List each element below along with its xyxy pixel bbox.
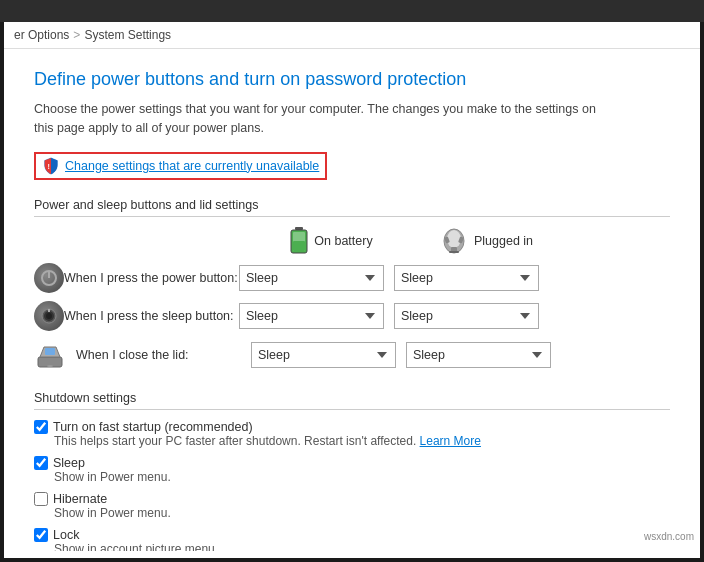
shield-icon: ! <box>42 157 60 175</box>
hibernate-label[interactable]: Hibernate <box>34 492 670 506</box>
breadcrumb: er Options > System Settings <box>4 22 700 49</box>
sleep-shutdown-text: Sleep <box>53 456 85 470</box>
power-plugged-dropdown-wrapper: Do nothing Sleep Hibernate Shut down Tur… <box>394 265 539 291</box>
sleep-plugged-dropdown[interactable]: Do nothing Sleep Hibernate Shut down Tur… <box>394 303 539 329</box>
hibernate-item: Hibernate Show in Power menu. <box>34 492 670 520</box>
column-headers: On battery Plugged in <box>34 227 670 255</box>
sleep-item: Sleep Show in Power menu. <box>34 456 670 484</box>
fast-startup-label[interactable]: Turn on fast startup (recommended) <box>34 420 670 434</box>
learn-more-link[interactable]: Learn More <box>420 434 481 448</box>
fast-startup-item: Turn on fast startup (recommended) This … <box>34 420 670 448</box>
fast-startup-subtext: This helps start your PC faster after sh… <box>34 434 670 448</box>
lid-plugged-dropdown[interactable]: Do nothing Sleep Hibernate Shut down Tur… <box>406 342 551 368</box>
sleep-battery-dropdown[interactable]: Do nothing Sleep Hibernate Shut down Tur… <box>239 303 384 329</box>
power-buttons-title: Power and sleep buttons and lid settings <box>34 198 670 217</box>
shutdown-title: Shutdown settings <box>34 391 670 410</box>
plugged-icon <box>440 227 468 255</box>
plugged-label: Plugged in <box>474 234 533 248</box>
hibernate-text: Hibernate <box>53 492 107 506</box>
power-button-icon <box>34 263 64 293</box>
svg-point-15 <box>46 313 52 319</box>
svg-rect-8 <box>449 251 459 253</box>
fast-startup-text: Turn on fast startup (recommended) <box>53 420 253 434</box>
close-lid-label: When I close the lid: <box>76 348 251 362</box>
lock-text: Lock <box>53 528 79 542</box>
power-battery-dropdown[interactable]: Do nothing Sleep Hibernate Shut down Tur… <box>239 265 384 291</box>
watermark: wsxdn.com <box>644 531 694 542</box>
lock-subtext: Show in account picture menu. <box>34 542 670 552</box>
change-settings-container: ! Change settings that are currently una… <box>34 152 327 180</box>
svg-point-19 <box>47 365 53 367</box>
power-plugged-dropdown[interactable]: Do nothing Sleep Hibernate Shut down Tur… <box>394 265 539 291</box>
change-settings-link[interactable]: Change settings that are currently unava… <box>65 159 319 173</box>
sleep-battery-dropdown-wrapper: Do nothing Sleep Hibernate Shut down Tur… <box>239 303 384 329</box>
power-button-label: When I press the power button: <box>64 271 239 285</box>
battery-column-header: On battery <box>254 227 409 255</box>
breadcrumb-current: System Settings <box>84 28 171 42</box>
titlebar <box>0 0 704 22</box>
sleep-button-icon <box>34 301 64 331</box>
hibernate-subtext: Show in Power menu. <box>34 506 670 520</box>
sleep-shutdown-checkbox[interactable] <box>34 456 48 470</box>
power-buttons-section: Power and sleep buttons and lid settings… <box>34 198 670 371</box>
close-lid-row: When I close the lid: Do nothing Sleep H… <box>34 339 670 371</box>
window: er Options > System Settings Define powe… <box>4 22 700 558</box>
plugged-column-header: Plugged in <box>409 227 564 255</box>
sleep-shutdown-label[interactable]: Sleep <box>34 456 670 470</box>
power-button-row: When I press the power button: Do nothin… <box>34 263 670 293</box>
fast-startup-checkbox[interactable] <box>34 420 48 434</box>
lid-icon <box>34 339 66 371</box>
shutdown-section: Shutdown settings Turn on fast startup (… <box>34 391 670 552</box>
lock-label[interactable]: Lock <box>34 528 670 542</box>
power-battery-dropdown-wrapper: Do nothing Sleep Hibernate Shut down Tur… <box>239 265 384 291</box>
lid-battery-dropdown-wrapper: Do nothing Sleep Hibernate Shut down Tur… <box>251 342 396 368</box>
page-description: Choose the power settings that you want … <box>34 100 614 138</box>
breadcrumb-parent: er Options <box>14 28 69 42</box>
svg-rect-18 <box>45 348 55 355</box>
sleep-plugged-dropdown-wrapper: Do nothing Sleep Hibernate Shut down Tur… <box>394 303 539 329</box>
svg-rect-4 <box>293 241 305 251</box>
sleep-shutdown-subtext: Show in Power menu. <box>34 470 670 484</box>
lid-plugged-dropdown-wrapper: Do nothing Sleep Hibernate Shut down Tur… <box>406 342 551 368</box>
sleep-button-label: When I press the sleep button: <box>64 309 239 323</box>
lid-battery-dropdown[interactable]: Do nothing Sleep Hibernate Shut down Tur… <box>251 342 396 368</box>
hibernate-checkbox[interactable] <box>34 492 48 506</box>
lock-checkbox[interactable] <box>34 528 48 542</box>
page-title: Define power buttons and turn on passwor… <box>34 69 670 90</box>
svg-text:!: ! <box>47 161 49 170</box>
svg-point-6 <box>447 230 461 248</box>
content-area: Define power buttons and turn on passwor… <box>4 49 700 551</box>
battery-icon <box>290 227 308 255</box>
lock-item: Lock Show in account picture menu. <box>34 528 670 552</box>
battery-label: On battery <box>314 234 372 248</box>
breadcrumb-separator: > <box>73 28 80 42</box>
sleep-button-row: When I press the sleep button: Do nothin… <box>34 301 670 331</box>
